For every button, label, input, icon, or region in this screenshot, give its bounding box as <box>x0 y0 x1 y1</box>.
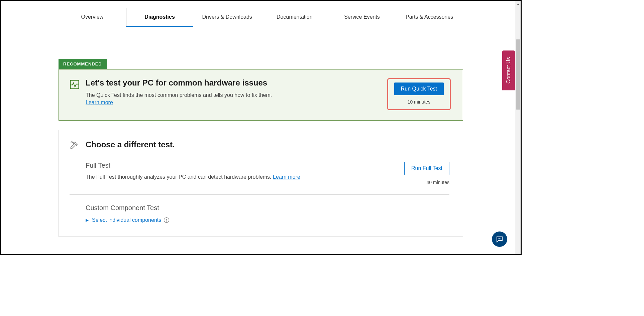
quick-test-learn-more[interactable]: Learn more <box>86 100 113 105</box>
quick-test-title: Let's test your PC for common hardware i… <box>86 78 381 88</box>
tab-parts[interactable]: Parts & Accessories <box>396 8 463 27</box>
svg-rect-0 <box>71 81 79 89</box>
contact-us-tab[interactable]: Contact Us <box>502 50 515 90</box>
recommended-badge: RECOMMENDED <box>59 59 107 69</box>
chat-icon <box>496 235 504 243</box>
full-test-row: Full Test The Full Test thoroughly analy… <box>70 162 449 195</box>
tab-overview[interactable]: Overview <box>59 8 126 27</box>
activity-icon <box>70 80 80 90</box>
tab-diagnostics[interactable]: Diagnostics <box>126 8 194 27</box>
full-test-desc: The Full Test thoroughly analyzes your P… <box>86 174 404 180</box>
scroll-up-arrow[interactable]: ▲ <box>515 1 521 7</box>
caret-right-icon: ▶ <box>86 218 89 222</box>
tools-icon <box>70 140 80 150</box>
run-full-test-button[interactable]: Run Full Test <box>404 162 449 175</box>
quick-test-desc: The Quick Test finds the most common pro… <box>86 92 381 98</box>
other-tests-card: Choose a different test. Full Test The F… <box>59 130 463 237</box>
select-components-link[interactable]: ▶ Select individual components ! <box>86 217 449 223</box>
choose-different-title: Choose a different test. <box>86 140 175 149</box>
full-test-duration: 40 minutes <box>427 180 449 185</box>
info-icon[interactable]: ! <box>164 217 169 223</box>
scrollbar-thumb[interactable] <box>516 39 520 110</box>
quick-test-cta-highlight: Run Quick Test 10 minutes <box>387 78 451 110</box>
custom-test-row: Custom Component Test ▶ Select individua… <box>70 204 449 223</box>
full-test-name: Full Test <box>86 162 404 169</box>
scrollbar[interactable]: ▲ <box>515 1 521 254</box>
recommended-card: Let's test your PC for common hardware i… <box>59 69 463 121</box>
run-quick-test-button[interactable]: Run Quick Test <box>394 83 444 95</box>
chat-button[interactable] <box>492 231 507 247</box>
nav-tabs: Overview Diagnostics Drivers & Downloads… <box>59 8 463 27</box>
tab-documentation[interactable]: Documentation <box>261 8 328 27</box>
quick-test-duration: 10 minutes <box>408 99 430 105</box>
full-test-learn-more[interactable]: Learn more <box>273 174 300 180</box>
custom-test-name: Custom Component Test <box>86 204 449 212</box>
tab-service-events[interactable]: Service Events <box>328 8 396 27</box>
tab-drivers[interactable]: Drivers & Downloads <box>193 8 261 27</box>
